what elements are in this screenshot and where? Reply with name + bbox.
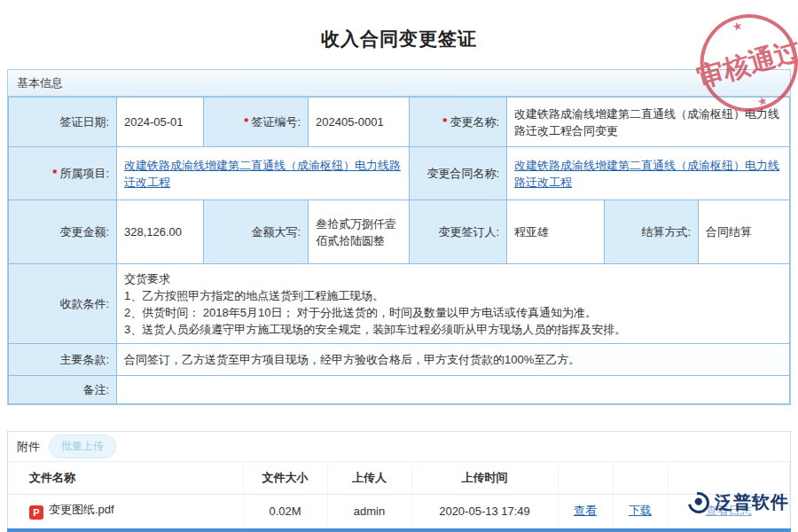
column-file-name: 文件名称 [8,462,243,494]
column-actions [558,462,613,494]
remark-label: 备注: [9,376,117,404]
change-name-label: *变更名称: [410,98,507,147]
attachments-header-row: 文件名称 文件大小 上传人 上传时间 [8,462,790,494]
pdf-file-icon: P [29,505,43,520]
payment-terms-line: 交货要求 [124,270,782,287]
project-link[interactable]: 改建铁路成渝线增建第二直通线（成渝枢纽）电力线路迁改工程 [124,159,401,189]
attachment-file-size: 0.02M [243,494,327,528]
required-mark: * [244,115,248,129]
required-mark: * [52,167,57,180]
project-value: 改建铁路成渝线增建第二直通线（成渝枢纽）电力线路迁改工程 [117,147,410,200]
sign-date-value: 2024-05-01 [117,98,204,147]
attachments-header: 附件 批量上传 [8,432,790,462]
project-label: *所属项目: [9,147,117,200]
change-name-value: 改建铁路成渝线增建第二直通线（成渝枢纽）电力线路迁改工程合同变更 [507,98,790,147]
main-terms-value: 合同签订，乙方送货至甲方项目现场，经甲方验收合格后，甲方支付货款的100%至乙方… [117,344,790,376]
view-link[interactable]: 查看 [574,504,597,517]
amount-caps-value: 叁拾贰万捌仟壹佰贰拾陆圆整 [309,200,410,264]
main-terms-label: 主要条款: [9,344,117,376]
footer-bar [7,528,791,532]
column-upload-time: 上传时间 [411,462,558,494]
fanpu-logo-icon [684,488,713,517]
payment-terms-label: 收款条件: [9,264,117,344]
basic-info-panel: 基本信息 签证日期: 2024-05-01 *签证编号: 202405-0001… [7,69,791,405]
change-amount-value: 328,126.00 [117,200,204,264]
attachment-view-cell: 查看 [558,494,613,528]
signer-label: 变更签订人: [410,200,507,264]
attachment-upload-time: 2020-05-13 17:49 [411,494,558,528]
sign-date-label: 签证日期: [9,98,117,147]
attachment-download-cell: 下载 [613,494,668,528]
change-contract-value: 改建铁路成渝线增建第二直通线（成渝枢纽）电力线路迁改工程 [507,147,790,200]
attachments-table: 文件名称 文件大小 上传人 上传时间 P变更图纸.pdf 0.02M admin… [8,462,790,528]
sign-no-label: *签证编号: [204,98,309,147]
column-actions [613,462,668,494]
settlement-label: 结算方式: [605,200,699,264]
change-contract-label: 变更合同名称: [410,147,507,200]
attachment-uploader: admin [327,494,411,528]
settlement-value: 合同结算 [699,200,790,264]
batch-upload-button[interactable]: 批量上传 [49,434,116,458]
payment-terms-line: 1、乙方按照甲方指定的地点送货到工程施工现场。 [124,287,782,304]
basic-info-header: 基本信息 [8,70,790,97]
change-amount-label: 变更金额: [9,200,117,264]
column-actions [668,462,790,494]
basic-info-table: 签证日期: 2024-05-01 *签证编号: 202405-0001 *变更名… [8,97,790,404]
remark-value [117,376,790,404]
brand-watermark: 泛普软件 [688,490,789,514]
page-title: 收入合同变更签证 [0,0,798,51]
column-uploader: 上传人 [327,462,411,494]
column-file-size: 文件大小 [243,462,327,494]
payment-terms-value: 交货要求 1、乙方按照甲方指定的地点送货到工程施工现场。 2、供货时间： 201… [117,264,790,344]
signer-value: 程亚雄 [507,200,605,264]
attachments-title: 附件 [17,439,40,455]
amount-caps-label: 金额大写: [204,200,309,264]
payment-terms-line: 2、供货时间： 2018年5月10日； 对于分批送货的，时间及数量以甲方电话或传… [124,304,782,321]
payment-terms-line: 3、送货人员必须遵守甲方施工现场的安全规定，装卸车过程必须听从甲方现场人员的指挥… [124,321,782,338]
required-mark: * [442,115,447,129]
brand-name: 泛普软件 [715,490,789,514]
attachments-panel: 附件 批量上传 文件名称 文件大小 上传人 上传时间 P变更图纸.pdf [7,431,791,532]
attachment-row: P变更图纸.pdf 0.02M admin 2020-05-13 17:49 查… [8,494,790,528]
change-contract-link[interactable]: 改建铁路成渝线增建第二直通线（成渝枢纽）电力线路迁改工程 [514,159,779,189]
attachment-file-name: P变更图纸.pdf [8,494,243,528]
download-link[interactable]: 下载 [629,504,652,517]
sign-no-value: 202405-0001 [309,98,410,147]
